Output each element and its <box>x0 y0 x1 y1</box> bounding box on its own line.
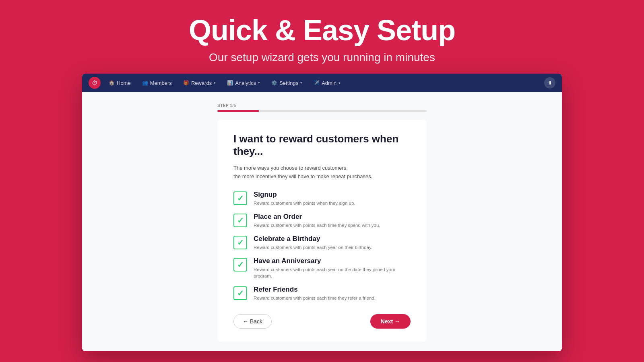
nav-admin[interactable]: ✈️ Admin ▾ <box>309 78 345 88</box>
progress-bar-fill <box>217 110 259 112</box>
refer-desc: Reward customers with points each time t… <box>254 295 411 301</box>
signup-title: Signup <box>254 191 411 199</box>
anniversary-text: Have an Anniversary Reward customers wit… <box>254 257 411 279</box>
refer-checkbox-container: ✓ <box>233 286 247 300</box>
step-label: STEP 1/5 <box>217 103 427 108</box>
refer-checkmark: ✓ <box>237 289 244 297</box>
reward-item-signup: ✓ Signup Reward customers with points wh… <box>233 191 411 206</box>
order-title: Place an Order <box>254 213 411 221</box>
wizard-card: I want to reward customers when they... … <box>217 120 427 341</box>
pause-icon: ⏸ <box>547 80 552 86</box>
signup-checkbox[interactable]: ✓ <box>233 191 247 205</box>
nav-admin-label: Admin <box>322 80 336 86</box>
signup-text: Signup Reward customers with points when… <box>254 191 411 206</box>
analytics-dropdown-arrow: ▾ <box>258 81 260 85</box>
reward-item-refer: ✓ Refer Friends Reward customers with po… <box>233 286 411 301</box>
nav-analytics[interactable]: 📊 Analytics ▾ <box>222 78 265 88</box>
settings-icon: ⚙️ <box>271 80 277 86</box>
hero-subtitle: Our setup wizard gets you running in min… <box>209 51 435 64</box>
hero-section: Quick & Easy Setup Our setup wizard gets… <box>0 0 644 74</box>
navbar: ⏱ 🏠 Home 👥 Members 🎁 Rewards ▾ 📊 Analyti… <box>82 74 562 92</box>
app-logo[interactable]: ⏱ <box>89 77 101 89</box>
wizard-title: I want to reward customers when they... <box>233 133 411 158</box>
nav-settings[interactable]: ⚙️ Settings ▾ <box>266 78 307 88</box>
nav-settings-label: Settings <box>279 80 298 86</box>
order-text: Place an Order Reward customers with poi… <box>254 213 411 228</box>
nav-rewards[interactable]: 🎁 Rewards ▾ <box>178 78 221 88</box>
reward-items-list: ✓ Signup Reward customers with points wh… <box>233 191 411 302</box>
signup-checkmark: ✓ <box>237 194 244 202</box>
birthday-title: Celebrate a Birthday <box>254 235 411 243</box>
analytics-icon: 📊 <box>227 80 233 86</box>
logo-icon: ⏱ <box>92 80 97 86</box>
home-icon: 🏠 <box>109 80 115 86</box>
progress-bar-track <box>217 110 427 112</box>
app-window: ⏱ 🏠 Home 👥 Members 🎁 Rewards ▾ 📊 Analyti… <box>82 74 562 351</box>
reward-item-order: ✓ Place an Order Reward customers with p… <box>233 213 411 228</box>
nav-analytics-label: Analytics <box>235 80 256 86</box>
anniversary-title: Have an Anniversary <box>254 257 411 265</box>
order-desc: Reward customers with points each time t… <box>254 222 411 228</box>
progress-section: STEP 1/5 <box>217 103 427 112</box>
anniversary-checkmark: ✓ <box>237 261 244 269</box>
birthday-checkbox[interactable]: ✓ <box>233 236 247 249</box>
navbar-right: ⏸ <box>544 77 555 88</box>
order-checkmark: ✓ <box>237 216 244 224</box>
birthday-desc: Reward customers with points each year o… <box>254 244 411 251</box>
signup-desc: Reward customers with points when they s… <box>254 200 411 206</box>
reward-item-birthday: ✓ Celebrate a Birthday Reward customers … <box>233 235 411 251</box>
nav-home[interactable]: 🏠 Home <box>104 78 136 88</box>
nav-members-label: Members <box>150 80 172 86</box>
wizard-description-line1: The more ways you choose to reward custo… <box>233 165 348 171</box>
nav-home-label: Home <box>117 80 131 86</box>
members-icon: 👥 <box>142 80 148 86</box>
birthday-checkmark: ✓ <box>237 239 244 247</box>
signup-checkbox-container: ✓ <box>233 191 247 205</box>
wizard-wrapper: STEP 1/5 I want to reward customers when… <box>217 103 427 341</box>
refer-checkbox[interactable]: ✓ <box>233 286 247 300</box>
nav-members[interactable]: 👥 Members <box>137 78 177 88</box>
settings-dropdown-arrow: ▾ <box>300 81 302 85</box>
back-button[interactable]: ← Back <box>233 314 272 329</box>
main-content: STEP 1/5 I want to reward customers when… <box>82 92 562 351</box>
admin-icon: ✈️ <box>314 80 320 86</box>
birthday-text: Celebrate a Birthday Reward customers wi… <box>254 235 411 251</box>
admin-dropdown-arrow: ▾ <box>339 81 341 85</box>
reward-item-anniversary: ✓ Have an Anniversary Reward customers w… <box>233 257 411 279</box>
order-checkbox-container: ✓ <box>233 214 247 227</box>
pause-button[interactable]: ⏸ <box>544 77 555 88</box>
rewards-icon: 🎁 <box>183 80 189 86</box>
birthday-checkbox-container: ✓ <box>233 236 247 249</box>
next-button[interactable]: Next → <box>370 314 411 329</box>
hero-title: Quick & Easy Setup <box>189 14 455 46</box>
anniversary-desc: Reward customers with points each year o… <box>254 266 411 279</box>
refer-text: Refer Friends Reward customers with poin… <box>254 286 411 301</box>
refer-title: Refer Friends <box>254 286 411 294</box>
wizard-footer: ← Back Next → <box>233 314 411 329</box>
rewards-dropdown-arrow: ▾ <box>214 81 216 85</box>
anniversary-checkbox[interactable]: ✓ <box>233 258 247 272</box>
wizard-description: The more ways you choose to reward custo… <box>233 164 411 181</box>
order-checkbox[interactable]: ✓ <box>233 214 247 227</box>
navbar-items: 🏠 Home 👥 Members 🎁 Rewards ▾ 📊 Analytics… <box>104 78 544 88</box>
anniversary-checkbox-container: ✓ <box>233 258 247 272</box>
wizard-description-line2: the more incentive they will have to mak… <box>233 173 372 179</box>
nav-rewards-label: Rewards <box>191 80 212 86</box>
